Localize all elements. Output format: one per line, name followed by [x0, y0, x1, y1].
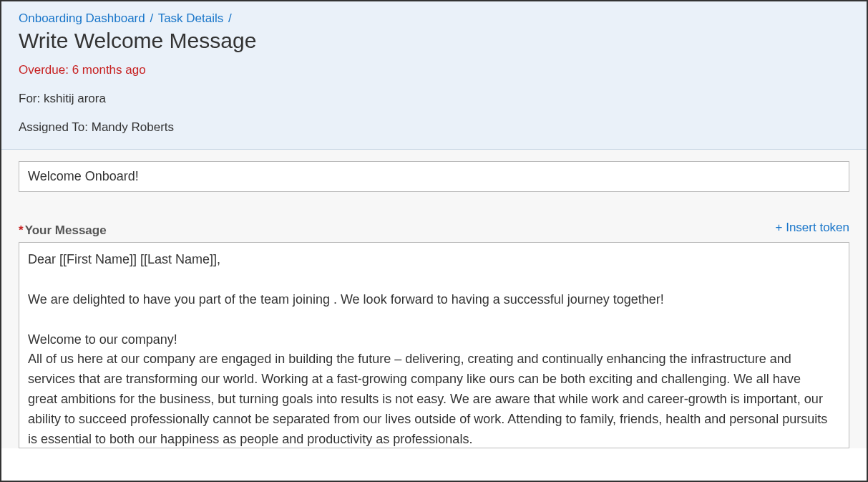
- insert-token-link[interactable]: + Insert token: [776, 218, 849, 238]
- task-header: Onboarding Dashboard / Task Details / Wr…: [1, 1, 867, 150]
- breadcrumb-link-task-details[interactable]: Task Details: [158, 11, 224, 25]
- breadcrumb: Onboarding Dashboard / Task Details /: [19, 11, 849, 26]
- overdue-status: Overdue: 6 months ago: [19, 63, 849, 77]
- message-label-text: Your Message: [25, 223, 107, 237]
- subject-input[interactable]: [19, 161, 849, 192]
- breadcrumb-separator: /: [150, 11, 153, 25]
- page-title: Write Welcome Message: [19, 29, 849, 53]
- assigned-to-line: Assigned To: Mandy Roberts: [19, 120, 849, 135]
- for-line: For: kshitij arora: [19, 92, 849, 106]
- message-form: *Your Message + Insert token: [1, 150, 867, 448]
- required-asterisk-icon: *: [19, 223, 24, 237]
- message-box: [19, 242, 849, 448]
- message-textarea[interactable]: [19, 243, 849, 448]
- breadcrumb-link-dashboard[interactable]: Onboarding Dashboard: [19, 11, 145, 25]
- breadcrumb-separator: /: [228, 11, 232, 25]
- message-label-row: *Your Message + Insert token: [19, 218, 849, 238]
- message-label: *Your Message: [19, 223, 107, 238]
